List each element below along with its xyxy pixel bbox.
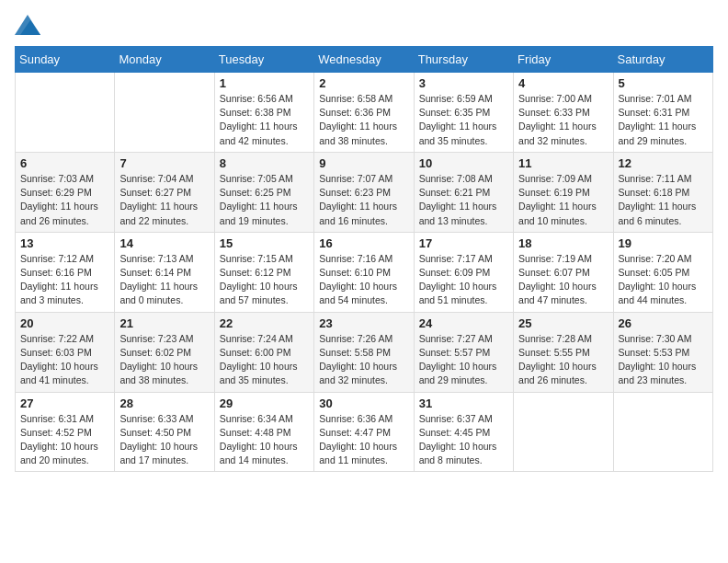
day-number: 3: [419, 76, 508, 90]
day-number: 31: [419, 396, 508, 410]
calendar-week-row: 20Sunrise: 7:22 AM Sunset: 6:03 PM Dayli…: [16, 312, 713, 392]
day-info: Sunrise: 7:19 AM Sunset: 6:07 PM Dayligh…: [518, 252, 608, 308]
calendar-cell: 11Sunrise: 7:09 AM Sunset: 6:19 PM Dayli…: [514, 152, 613, 232]
day-info: Sunrise: 7:23 AM Sunset: 6:02 PM Dayligh…: [119, 332, 209, 388]
day-number: 20: [20, 316, 109, 330]
day-info: Sunrise: 7:01 AM Sunset: 6:31 PM Dayligh…: [619, 92, 708, 148]
day-info: Sunrise: 6:33 AM Sunset: 4:50 PM Dayligh…: [119, 412, 209, 468]
calendar-cell: 23Sunrise: 7:26 AM Sunset: 5:58 PM Dayli…: [314, 312, 414, 392]
calendar-cell: 31Sunrise: 6:37 AM Sunset: 4:45 PM Dayli…: [414, 392, 513, 472]
logo: [15, 15, 44, 35]
day-info: Sunrise: 7:30 AM Sunset: 5:53 PM Dayligh…: [619, 332, 708, 388]
calendar-cell: 16Sunrise: 7:16 AM Sunset: 6:10 PM Dayli…: [314, 232, 414, 312]
calendar-week-row: 27Sunrise: 6:31 AM Sunset: 4:52 PM Dayli…: [16, 392, 713, 472]
calendar-cell: 17Sunrise: 7:17 AM Sunset: 6:09 PM Dayli…: [414, 232, 513, 312]
day-number: 4: [518, 76, 608, 90]
day-info: Sunrise: 7:09 AM Sunset: 6:19 PM Dayligh…: [518, 172, 608, 228]
calendar-cell: 20Sunrise: 7:22 AM Sunset: 6:03 PM Dayli…: [16, 312, 115, 392]
day-info: Sunrise: 7:15 AM Sunset: 6:12 PM Dayligh…: [220, 252, 309, 308]
calendar-table: SundayMondayTuesdayWednesdayThursdayFrid…: [15, 46, 713, 472]
calendar-week-row: 1Sunrise: 6:56 AM Sunset: 6:38 PM Daylig…: [16, 73, 713, 153]
day-info: Sunrise: 6:58 AM Sunset: 6:36 PM Dayligh…: [319, 92, 408, 148]
day-number: 16: [319, 236, 408, 250]
calendar-cell: 21Sunrise: 7:23 AM Sunset: 6:02 PM Dayli…: [115, 312, 214, 392]
day-number: 13: [20, 236, 109, 250]
day-number: 29: [220, 396, 309, 410]
day-info: Sunrise: 7:00 AM Sunset: 6:33 PM Dayligh…: [518, 92, 608, 148]
day-info: Sunrise: 6:59 AM Sunset: 6:35 PM Dayligh…: [419, 92, 508, 148]
calendar-cell: [115, 73, 214, 153]
day-number: 14: [119, 236, 209, 250]
day-number: 11: [518, 156, 608, 170]
day-number: 21: [119, 316, 209, 330]
day-of-week-header: Saturday: [613, 47, 712, 73]
day-info: Sunrise: 7:03 AM Sunset: 6:29 PM Dayligh…: [20, 172, 109, 228]
calendar-cell: 27Sunrise: 6:31 AM Sunset: 4:52 PM Dayli…: [16, 392, 115, 472]
day-of-week-header: Tuesday: [214, 47, 313, 73]
day-info: Sunrise: 7:12 AM Sunset: 6:16 PM Dayligh…: [20, 252, 109, 308]
day-number: 5: [619, 76, 708, 90]
calendar-cell: 14Sunrise: 7:13 AM Sunset: 6:14 PM Dayli…: [115, 232, 214, 312]
calendar-cell: 1Sunrise: 6:56 AM Sunset: 6:38 PM Daylig…: [214, 73, 313, 153]
calendar-cell: 30Sunrise: 6:36 AM Sunset: 4:47 PM Dayli…: [314, 392, 414, 472]
day-number: 7: [119, 156, 209, 170]
calendar-cell: 2Sunrise: 6:58 AM Sunset: 6:36 PM Daylig…: [314, 73, 414, 153]
calendar-cell: 29Sunrise: 6:34 AM Sunset: 4:48 PM Dayli…: [214, 392, 313, 472]
day-number: 1: [220, 76, 309, 90]
day-number: 27: [20, 396, 109, 410]
day-of-week-header: Sunday: [16, 47, 115, 73]
calendar-cell: 22Sunrise: 7:24 AM Sunset: 6:00 PM Dayli…: [214, 312, 313, 392]
day-info: Sunrise: 7:28 AM Sunset: 5:55 PM Dayligh…: [518, 332, 608, 388]
day-info: Sunrise: 6:37 AM Sunset: 4:45 PM Dayligh…: [419, 412, 508, 468]
day-info: Sunrise: 7:22 AM Sunset: 6:03 PM Dayligh…: [20, 332, 109, 388]
day-of-week-header: Monday: [115, 47, 214, 73]
day-info: Sunrise: 7:17 AM Sunset: 6:09 PM Dayligh…: [419, 252, 508, 308]
day-number: 22: [220, 316, 309, 330]
day-number: 8: [220, 156, 309, 170]
day-info: Sunrise: 7:27 AM Sunset: 5:57 PM Dayligh…: [419, 332, 508, 388]
day-info: Sunrise: 7:08 AM Sunset: 6:21 PM Dayligh…: [419, 172, 508, 228]
day-info: Sunrise: 6:56 AM Sunset: 6:38 PM Dayligh…: [220, 92, 309, 148]
day-info: Sunrise: 7:05 AM Sunset: 6:25 PM Dayligh…: [220, 172, 309, 228]
day-number: 2: [319, 76, 408, 90]
day-info: Sunrise: 7:04 AM Sunset: 6:27 PM Dayligh…: [119, 172, 209, 228]
day-info: Sunrise: 7:16 AM Sunset: 6:10 PM Dayligh…: [319, 252, 408, 308]
calendar-cell: 12Sunrise: 7:11 AM Sunset: 6:18 PM Dayli…: [613, 152, 712, 232]
day-info: Sunrise: 6:36 AM Sunset: 4:47 PM Dayligh…: [319, 412, 408, 468]
calendar-cell: 28Sunrise: 6:33 AM Sunset: 4:50 PM Dayli…: [115, 392, 214, 472]
calendar-cell: 15Sunrise: 7:15 AM Sunset: 6:12 PM Dayli…: [214, 232, 313, 312]
day-number: 23: [319, 316, 408, 330]
day-number: 19: [619, 236, 708, 250]
calendar-cell: 19Sunrise: 7:20 AM Sunset: 6:05 PM Dayli…: [613, 232, 712, 312]
day-number: 10: [419, 156, 508, 170]
day-of-week-header: Thursday: [414, 47, 513, 73]
calendar-cell: 3Sunrise: 6:59 AM Sunset: 6:35 PM Daylig…: [414, 73, 513, 153]
calendar-cell: 6Sunrise: 7:03 AM Sunset: 6:29 PM Daylig…: [16, 152, 115, 232]
day-info: Sunrise: 7:11 AM Sunset: 6:18 PM Dayligh…: [619, 172, 708, 228]
calendar-cell: 26Sunrise: 7:30 AM Sunset: 5:53 PM Dayli…: [613, 312, 712, 392]
day-info: Sunrise: 7:20 AM Sunset: 6:05 PM Dayligh…: [619, 252, 708, 308]
calendar-cell: 5Sunrise: 7:01 AM Sunset: 6:31 PM Daylig…: [613, 73, 712, 153]
day-of-week-header: Wednesday: [314, 47, 414, 73]
calendar-week-row: 6Sunrise: 7:03 AM Sunset: 6:29 PM Daylig…: [16, 152, 713, 232]
day-number: 12: [619, 156, 708, 170]
day-info: Sunrise: 7:07 AM Sunset: 6:23 PM Dayligh…: [319, 172, 408, 228]
day-number: 30: [319, 396, 408, 410]
logo-icon: [15, 15, 40, 35]
calendar-week-row: 13Sunrise: 7:12 AM Sunset: 6:16 PM Dayli…: [16, 232, 713, 312]
day-number: 24: [419, 316, 508, 330]
day-number: 25: [518, 316, 608, 330]
calendar-cell: [16, 73, 115, 153]
day-number: 28: [119, 396, 209, 410]
day-info: Sunrise: 7:26 AM Sunset: 5:58 PM Dayligh…: [319, 332, 408, 388]
day-info: Sunrise: 7:24 AM Sunset: 6:00 PM Dayligh…: [220, 332, 309, 388]
day-info: Sunrise: 7:13 AM Sunset: 6:14 PM Dayligh…: [119, 252, 209, 308]
day-number: 6: [20, 156, 109, 170]
day-of-week-header: Friday: [514, 47, 613, 73]
day-info: Sunrise: 6:34 AM Sunset: 4:48 PM Dayligh…: [220, 412, 309, 468]
day-number: 18: [518, 236, 608, 250]
calendar-cell: 8Sunrise: 7:05 AM Sunset: 6:25 PM Daylig…: [214, 152, 313, 232]
calendar-cell: 24Sunrise: 7:27 AM Sunset: 5:57 PM Dayli…: [414, 312, 513, 392]
calendar-cell: [613, 392, 712, 472]
calendar-cell: 10Sunrise: 7:08 AM Sunset: 6:21 PM Dayli…: [414, 152, 513, 232]
